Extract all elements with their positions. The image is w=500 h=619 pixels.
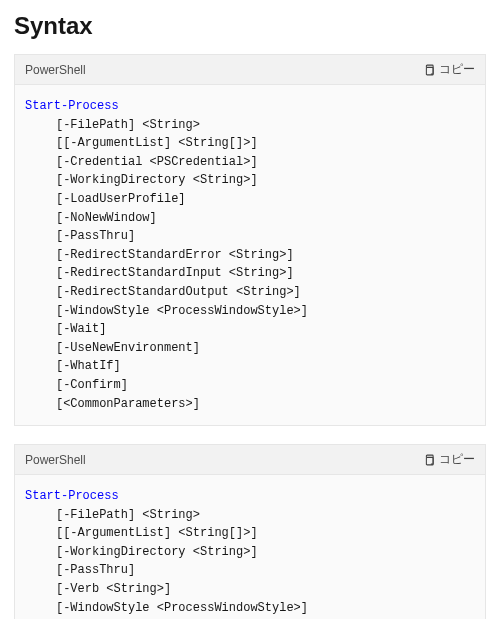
code-blocks-container: PowerShellコピーStart-Process [-FilePath] <… xyxy=(14,54,486,619)
copy-icon xyxy=(423,454,435,466)
parameter-line: [-Verb <String>] xyxy=(25,580,475,599)
parameter-line: [-RedirectStandardError <String>] xyxy=(25,246,475,265)
parameter-line: [-Credential <PSCredential>] xyxy=(25,153,475,172)
copy-button[interactable]: コピー xyxy=(423,61,475,78)
code-block: PowerShellコピーStart-Process [-FilePath] <… xyxy=(14,54,486,426)
parameter-line: [-UseNewEnvironment] xyxy=(25,339,475,358)
parameter-line: [-Wait] xyxy=(25,320,475,339)
code-body: Start-Process [-FilePath] <String>[[-Arg… xyxy=(15,475,485,619)
language-label: PowerShell xyxy=(25,63,86,77)
code-header: PowerShellコピー xyxy=(15,445,485,475)
parameter-line: [-NoNewWindow] xyxy=(25,209,475,228)
parameter-line: [-PassThru] xyxy=(25,561,475,580)
cmdlet-name: Start-Process xyxy=(25,99,119,113)
parameter-line: [-WindowStyle <ProcessWindowStyle>] xyxy=(25,302,475,321)
copy-icon xyxy=(423,64,435,76)
parameter-line: [-LoadUserProfile] xyxy=(25,190,475,209)
code-header: PowerShellコピー xyxy=(15,55,485,85)
copy-label: コピー xyxy=(439,451,475,468)
parameter-line: [-Confirm] xyxy=(25,376,475,395)
code-block: PowerShellコピーStart-Process [-FilePath] <… xyxy=(14,444,486,619)
copy-button[interactable]: コピー xyxy=(423,451,475,468)
parameter-line: [<CommonParameters>] xyxy=(25,395,475,414)
parameter-line: [[-ArgumentList] <String[]>] xyxy=(25,524,475,543)
parameter-line: [-RedirectStandardInput <String>] xyxy=(25,264,475,283)
parameter-line: [-WindowStyle <ProcessWindowStyle>] xyxy=(25,599,475,618)
parameter-line: [-FilePath] <String> xyxy=(25,506,475,525)
cmdlet-name: Start-Process xyxy=(25,489,119,503)
parameter-line: [-WorkingDirectory <String>] xyxy=(25,171,475,190)
code-body: Start-Process [-FilePath] <String>[[-Arg… xyxy=(15,85,485,425)
parameter-line: [-WorkingDirectory <String>] xyxy=(25,543,475,562)
parameter-line: [-RedirectStandardOutput <String>] xyxy=(25,283,475,302)
language-label: PowerShell xyxy=(25,453,86,467)
parameter-line: [-PassThru] xyxy=(25,227,475,246)
section-heading: Syntax xyxy=(14,12,486,40)
parameter-line: [[-ArgumentList] <String[]>] xyxy=(25,134,475,153)
parameter-line: [-WhatIf] xyxy=(25,357,475,376)
parameter-line: [-FilePath] <String> xyxy=(25,116,475,135)
copy-label: コピー xyxy=(439,61,475,78)
